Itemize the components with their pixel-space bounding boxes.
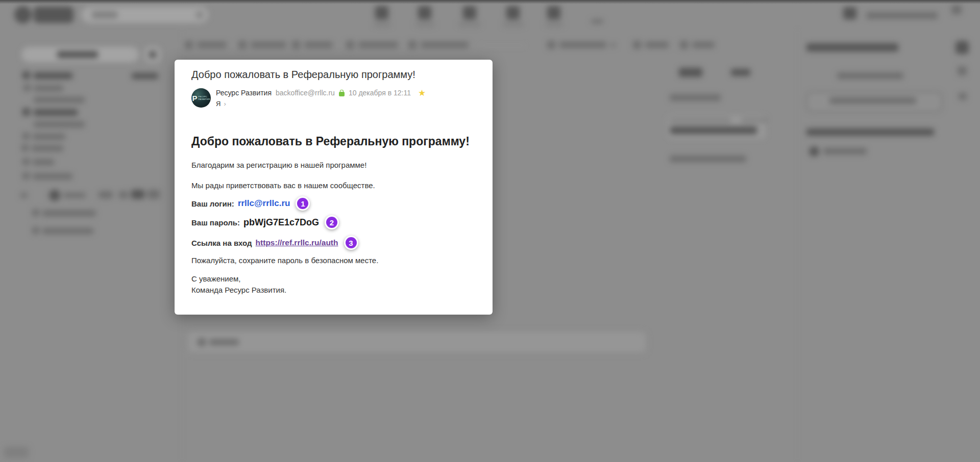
folder-important-icon[interactable] bbox=[22, 108, 30, 116]
email-body-welcome: Мы рады приветствовать вас в нашем сообщ… bbox=[191, 181, 476, 190]
toolbar-move-label[interactable] bbox=[421, 42, 469, 48]
sidebar-control-text bbox=[63, 193, 86, 198]
email-body-save-note: Пожалуйста, сохраните пароль в безопасно… bbox=[191, 256, 476, 265]
sidebar-settings-folders-icon[interactable] bbox=[32, 209, 39, 216]
sidebar-settings-folders-label[interactable] bbox=[42, 210, 96, 216]
nav-mail-icon[interactable] bbox=[375, 6, 388, 19]
password-row: Ваш пароль: pbWjG7E1c7DoG 2 bbox=[191, 215, 476, 229]
folder-sent-label[interactable] bbox=[34, 85, 63, 91]
toolbar-unread-icon[interactable] bbox=[547, 41, 555, 49]
quick-reply-placeholder bbox=[209, 339, 239, 345]
right-panel-heading bbox=[806, 129, 934, 136]
email-date: 10 декабря в 12:11 bbox=[349, 88, 411, 98]
sidebar-controls-left-icon[interactable] bbox=[20, 193, 28, 198]
right-panel-item-icon[interactable] bbox=[809, 146, 819, 157]
rail-notes-icon[interactable] bbox=[958, 66, 967, 75]
sidebar-control-c-icon[interactable] bbox=[131, 190, 144, 199]
rail-telemost-icon[interactable] bbox=[959, 93, 967, 100]
login-label: Ваш логин: bbox=[191, 199, 234, 208]
avatar-text-line2: РАЗВИТИЯ bbox=[199, 98, 210, 100]
right-panel-title bbox=[806, 43, 898, 52]
toolbar-pin-label[interactable] bbox=[692, 42, 715, 48]
toolbar-move-icon[interactable] bbox=[408, 41, 416, 49]
recipient-label: Я bbox=[216, 99, 220, 109]
quote-reply-button[interactable] bbox=[679, 68, 702, 77]
sender-email[interactable]: backoffice@rrllc.ru bbox=[276, 88, 335, 98]
toolbar-spam-icon[interactable] bbox=[346, 41, 354, 49]
search-clear-icon[interactable] bbox=[196, 11, 203, 18]
toolbar-label-label[interactable] bbox=[645, 42, 669, 48]
folder-important-label[interactable] bbox=[34, 109, 78, 116]
nav-contacts-label bbox=[415, 22, 435, 27]
quote-forward-button[interactable] bbox=[731, 69, 750, 76]
account-menu-icon[interactable] bbox=[951, 5, 962, 14]
sidebar-control-d-icon[interactable] bbox=[148, 190, 160, 199]
folder-inbox-icon[interactable] bbox=[22, 71, 30, 79]
bottom-left-widget bbox=[4, 447, 29, 458]
email-closing-line2: Команда Ресурс Развития. bbox=[191, 285, 476, 296]
nav-mail-label bbox=[374, 22, 391, 27]
toolbar-separator bbox=[480, 45, 526, 46]
toolbar-forward-label[interactable] bbox=[251, 42, 286, 48]
toolbar-delete-icon[interactable] bbox=[292, 41, 300, 49]
quick-reply-bar[interactable] bbox=[187, 331, 647, 353]
auth-link-value[interactable]: https://ref.rrllc.ru/auth bbox=[256, 238, 338, 247]
toolbar-forward-icon[interactable] bbox=[238, 41, 247, 49]
right-panel-item-label[interactable] bbox=[823, 148, 867, 155]
top-shade bbox=[0, 0, 980, 4]
step-badge-3: 3 bbox=[344, 236, 358, 250]
folder-outbox-label[interactable] bbox=[33, 159, 54, 165]
email-message-card: Добро пожаловать в Реферальную программу… bbox=[175, 60, 493, 315]
secure-lock-icon bbox=[339, 92, 345, 96]
email-body-heading: Добро пожаловать в Реферальную программу… bbox=[191, 134, 476, 148]
recipient-toggle[interactable]: Я › bbox=[216, 99, 426, 109]
rail-apps-icon[interactable] bbox=[955, 41, 969, 54]
folder-spam-label[interactable] bbox=[33, 134, 65, 140]
quote-input-value bbox=[670, 126, 757, 134]
folder-sent-icon[interactable] bbox=[23, 84, 31, 91]
sender-name[interactable]: Ресурс Развития bbox=[216, 88, 272, 98]
compose-pencil-icon[interactable] bbox=[843, 7, 856, 19]
toolbar-label-icon[interactable] bbox=[633, 41, 641, 49]
folder-trash-label[interactable] bbox=[32, 145, 63, 151]
folder-spam-icon[interactable] bbox=[22, 133, 30, 140]
sender-avatar[interactable]: Р РЕСУРС РАЗВИТИЯ bbox=[191, 88, 211, 108]
nav-docs-label bbox=[503, 22, 524, 27]
folder-inbox-label[interactable] bbox=[34, 72, 72, 79]
toolbar-spam-label[interactable] bbox=[358, 42, 398, 48]
sidebar-control-a-icon[interactable] bbox=[99, 191, 113, 198]
folder-drafts-label[interactable] bbox=[34, 97, 85, 103]
email-body-thanks: Благодарим за регистрацию в нашей програ… bbox=[191, 161, 476, 170]
nav-contacts-icon[interactable] bbox=[418, 6, 431, 19]
sidebar-create-label-label[interactable] bbox=[42, 228, 93, 234]
nav-docs-icon[interactable] bbox=[506, 6, 520, 19]
app-logo-wordmark bbox=[34, 7, 74, 23]
folder-custom-label[interactable] bbox=[33, 173, 72, 179]
email-subject: Добро пожаловать в Реферальную программу… bbox=[191, 68, 476, 81]
step-badge-2: 2 bbox=[325, 215, 339, 229]
folder-trash-icon[interactable] bbox=[21, 144, 29, 151]
toolbar-delete-label[interactable] bbox=[304, 42, 333, 48]
quote-meta-text bbox=[670, 94, 721, 101]
folder-outbox-icon[interactable] bbox=[22, 158, 30, 165]
sidebar-control-circle-icon[interactable] bbox=[49, 190, 60, 201]
star-flag-icon[interactable]: ★ bbox=[418, 89, 426, 97]
folder-archive-label[interactable] bbox=[34, 121, 85, 127]
nav-calendar-icon[interactable] bbox=[463, 6, 476, 19]
app-logo-icon bbox=[14, 6, 32, 23]
compose-split-icon bbox=[149, 51, 156, 58]
toolbar-unread-chevron-icon[interactable] bbox=[610, 43, 616, 47]
toolbar-back-icon[interactable] bbox=[185, 41, 193, 49]
nav-more-icon[interactable] bbox=[591, 19, 603, 23]
toolbar-pin-icon[interactable] bbox=[680, 41, 688, 49]
toolbar-unread-label[interactable] bbox=[559, 42, 606, 48]
sidebar-control-b-icon[interactable] bbox=[119, 191, 128, 198]
sidebar-create-label-icon[interactable] bbox=[32, 227, 39, 234]
toolbar-back-label[interactable] bbox=[197, 42, 227, 48]
nav-disk-icon[interactable] bbox=[547, 6, 560, 19]
email-closing-line1: С уважением, bbox=[191, 273, 476, 285]
email-sender-row: Р РЕСУРС РАЗВИТИЯ Ресурс Развития backof… bbox=[191, 88, 476, 109]
nav-calendar-label bbox=[458, 22, 481, 27]
folder-custom-icon[interactable] bbox=[22, 172, 30, 179]
login-value-link[interactable]: rrllc@rrllc.ru bbox=[238, 198, 290, 209]
